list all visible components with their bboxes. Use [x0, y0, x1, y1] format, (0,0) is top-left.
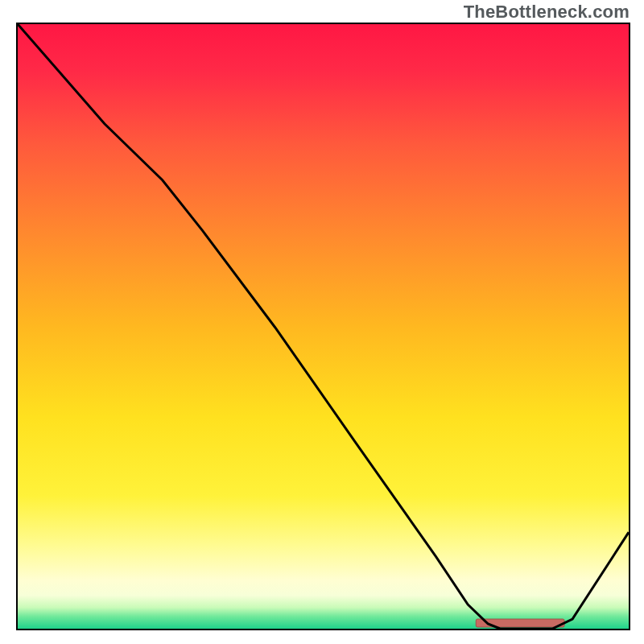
gradient-background — [18, 24, 629, 629]
watermark-label: TheBottleneck.com — [464, 2, 630, 23]
chart-frame: TheBottleneck.com — [0, 0, 644, 644]
plot-area — [16, 23, 630, 630]
plot-svg — [18, 24, 629, 629]
